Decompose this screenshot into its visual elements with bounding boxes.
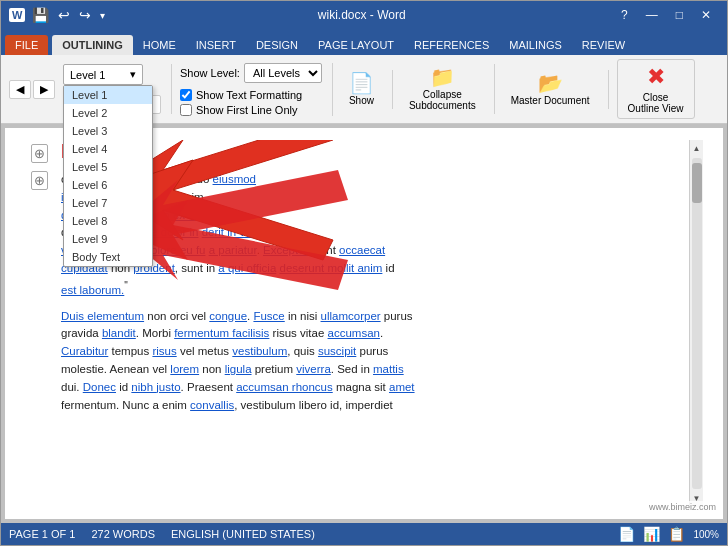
tab-insert[interactable]: INSERT: [186, 35, 246, 55]
vertical-scrollbar[interactable]: ▲ ▼: [689, 140, 703, 507]
ribbon-tabs: FILE OUTLINING HOME INSERT DESIGN PAGE L…: [1, 29, 727, 55]
level-option-4[interactable]: Level 4: [64, 140, 152, 158]
close-outline-label: Close Outline View: [628, 92, 684, 114]
ribbon-content: ◀ ▶ Level 1 ▾ Level 1 Level 2 Level 3 Le…: [1, 55, 727, 124]
tab-references[interactable]: REFERENCES: [404, 35, 499, 55]
show-first-line-checkbox[interactable]: [180, 104, 192, 116]
tab-file[interactable]: FILE: [5, 35, 48, 55]
master-doc-group: 📂 Master Document: [503, 70, 609, 109]
level-option-1[interactable]: Level 1: [64, 86, 152, 104]
undo-btn[interactable]: ↩: [55, 6, 73, 24]
status-icon-2[interactable]: 📊: [643, 526, 660, 542]
show-first-line-label: Show First Line Only: [196, 104, 297, 116]
chevron-down-icon: ▾: [130, 68, 136, 81]
tab-mailings[interactable]: MAILINGS: [499, 35, 572, 55]
master-doc-btn[interactable]: 📂 Master Document: [503, 70, 598, 109]
level-option-body[interactable]: Body Text: [64, 248, 152, 266]
level-option-3[interactable]: Level 3: [64, 122, 152, 140]
close-outline-btn[interactable]: ✖ Close Outline View: [617, 59, 695, 119]
status-icon-1[interactable]: 📄: [618, 526, 635, 542]
expand-icon-2[interactable]: ⊕: [31, 171, 48, 190]
show-text-formatting-checkbox[interactable]: [180, 89, 192, 101]
customize-btn[interactable]: ▾: [97, 9, 108, 22]
level-dropdown-container: Level 1 ▾ Level 1 Level 2 Level 3 Level …: [63, 64, 143, 85]
status-icon-3[interactable]: 📋: [668, 526, 685, 542]
level-option-9[interactable]: Level 9: [64, 230, 152, 248]
language: ENGLISH (UNITED STATES): [171, 528, 315, 540]
show-group: 📄 Show: [341, 70, 393, 109]
show-btn[interactable]: 📄 Show: [341, 70, 382, 109]
title-bar-right: ? — □ ✕: [615, 6, 719, 24]
master-doc-icon: 📂: [538, 73, 563, 93]
close-outline-group: ✖ Close Outline View: [617, 59, 705, 119]
scroll-track[interactable]: [692, 158, 702, 489]
tab-pagelayout[interactable]: PAGE LAYOUT: [308, 35, 404, 55]
show-level-label: Show Level:: [180, 67, 240, 79]
tab-design[interactable]: DESIGN: [246, 35, 308, 55]
level-option-2[interactable]: Level 2: [64, 104, 152, 122]
expand-icon-1[interactable]: ⊕: [31, 144, 48, 163]
checkbox-group: Show Text Formatting Show First Line Onl…: [180, 89, 302, 116]
tab-review[interactable]: REVIEW: [572, 35, 635, 55]
show-text-formatting-label: Show Text Formatting: [196, 89, 302, 101]
title-bar: W 💾 ↩ ↪ ▾ wiki.docx - Word ? — □ ✕: [1, 1, 727, 29]
status-bar: PAGE 1 OF 1 272 WORDS ENGLISH (UNITED ST…: [1, 523, 727, 545]
level-dropdown-menu: Level 1 Level 2 Level 3 Level 4 Level 5 …: [63, 85, 153, 267]
zoom-level: 100%: [693, 529, 719, 540]
level-group: Level 1 ▾ Level 1 Level 2 Level 3 Level …: [63, 64, 172, 114]
show-options-group: Show Level: All Levels Level 1 Level 2 L…: [180, 63, 333, 116]
redo-btn[interactable]: ↪: [76, 6, 94, 24]
minimize-btn[interactable]: —: [638, 6, 666, 24]
show-btn-label: Show: [349, 95, 374, 106]
tab-home[interactable]: HOME: [133, 35, 186, 55]
level-option-6[interactable]: Level 6: [64, 176, 152, 194]
level-option-8[interactable]: Level 8: [64, 212, 152, 230]
scroll-thumb[interactable]: [692, 163, 702, 203]
save-btn[interactable]: 💾: [29, 6, 52, 24]
help-btn[interactable]: ?: [615, 6, 634, 24]
word-icon: W: [9, 8, 25, 22]
level-dropdown-btn[interactable]: Level 1 ▾: [63, 64, 143, 85]
site-badge: www.bimeiz.com: [646, 501, 719, 513]
show-text-formatting-row: Show Text Formatting: [180, 89, 302, 101]
collapse-btn[interactable]: 📁 Collapse Subdocuments: [401, 64, 484, 114]
level-dropdown-value: Level 1: [70, 69, 105, 81]
tab-outlining[interactable]: OUTLINING: [52, 35, 133, 55]
window-controls: — □ ✕: [638, 6, 719, 24]
app-window: W 💾 ↩ ↪ ▾ wiki.docx - Word ? — □ ✕ FILE …: [0, 0, 728, 546]
status-bar-right: 📄 📊 📋 100%: [618, 526, 719, 542]
collapse-icon: 📁: [430, 67, 455, 87]
collapse-group: 📁 Collapse Subdocuments: [401, 64, 495, 114]
show-icon: 📄: [349, 73, 374, 93]
nav-forward-btn[interactable]: ▶: [33, 80, 55, 99]
show-level-group: Show Level: All Levels Level 1 Level 2 L…: [180, 63, 322, 83]
status-bar-left: PAGE 1 OF 1 272 WORDS ENGLISH (UNITED ST…: [9, 528, 315, 540]
level-option-7[interactable]: Level 7: [64, 194, 152, 212]
quick-access-toolbar: 💾 ↩ ↪ ▾: [29, 6, 108, 24]
word-count: 272 WORDS: [91, 528, 155, 540]
maximize-btn[interactable]: □: [668, 6, 691, 24]
doc-heading: ED: [61, 140, 681, 163]
page-count: PAGE 1 OF 1: [9, 528, 75, 540]
doc-para-2: Duis elementum non orci vel congue. Fusc…: [61, 308, 681, 415]
doc-para-1: osum dolor iscing elit, sed do eiusmod i…: [61, 171, 681, 300]
show-level-dropdown[interactable]: All Levels Level 1 Level 2 Level 3: [244, 63, 322, 83]
outline-nav-group: ◀ ▶: [9, 80, 55, 99]
show-first-line-row: Show First Line Only: [180, 104, 302, 116]
window-title: wiki.docx - Word: [108, 8, 615, 22]
close-outline-icon: ✖: [647, 64, 665, 90]
master-doc-label: Master Document: [511, 95, 590, 106]
level-option-5[interactable]: Level 5: [64, 158, 152, 176]
collapse-label: Collapse Subdocuments: [409, 89, 476, 111]
title-bar-left: W 💾 ↩ ↪ ▾: [9, 6, 108, 24]
close-window-btn[interactable]: ✕: [693, 6, 719, 24]
scroll-up-arrow[interactable]: ▲: [691, 142, 703, 155]
nav-back-btn[interactable]: ◀: [9, 80, 31, 99]
